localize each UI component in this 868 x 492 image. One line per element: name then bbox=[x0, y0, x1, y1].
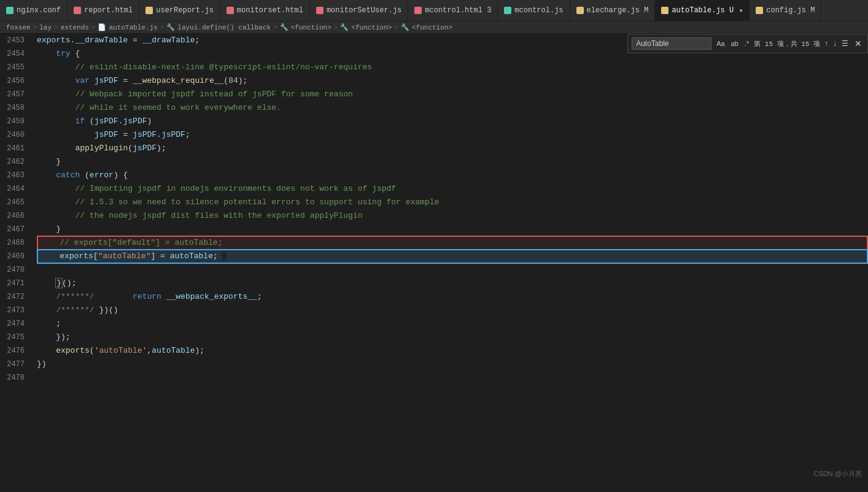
tab-icon-userreport bbox=[145, 7, 153, 14]
tab-icon-monitorset bbox=[227, 7, 234, 14]
tab-icon-mcontrol-html bbox=[414, 7, 422, 14]
breadcrumb-lay: lay bbox=[39, 24, 52, 31]
tab-label-report: report.html bbox=[84, 6, 133, 15]
status-text: CSDN @小月亮 bbox=[814, 470, 862, 477]
tab-label-monitorsetuser: monitorSetUser.js bbox=[327, 6, 401, 15]
code-area: Aa ab .* 第 15 项，共 15 项 ↑ ↓ ☰ ✕ 2453 expo… bbox=[0, 34, 868, 490]
regex-button[interactable]: .* bbox=[742, 39, 751, 48]
table-row: 2463 catch (error) { bbox=[0, 169, 868, 182]
tab-userreport[interactable]: userReport.js bbox=[139, 0, 220, 21]
table-row: 2475 }); bbox=[0, 331, 868, 344]
breadcrumb-extends: extends bbox=[61, 24, 89, 31]
editor-container: Aa ab .* 第 15 项，共 15 项 ↑ ↓ ☰ ✕ 2453 expo… bbox=[0, 34, 868, 490]
table-row: 2467 } bbox=[0, 223, 868, 236]
breadcrumb-autotable: 📄 bbox=[98, 23, 106, 31]
table-row: 2460 jsPDF = jsPDF.jsPDF; bbox=[0, 128, 868, 142]
table-row: 2457 // Webpack imported jspdf instead o… bbox=[0, 88, 868, 101]
tab-label-config: config.js M bbox=[766, 6, 815, 15]
watermark: CSDN @小月亮 bbox=[814, 469, 862, 479]
breadcrumb-fn-icon3: 🔧 bbox=[340, 23, 349, 31]
table-row: 2462 } bbox=[0, 155, 868, 169]
tab-close-autotable[interactable]: ● bbox=[739, 7, 743, 14]
table-row: 2456 var jsPDF = __webpack_require__(84)… bbox=[0, 74, 868, 88]
tab-config[interactable]: config.js M bbox=[750, 0, 821, 21]
code-lines: 2453 exports.__drawTable = __drawTable; … bbox=[0, 34, 868, 385]
table-row: 2469 exports["autoTable"] = autoTable; bbox=[0, 250, 868, 263]
svg-marker-0 bbox=[220, 252, 228, 260]
search-result-count: 第 15 项，共 15 项 bbox=[754, 39, 820, 48]
breadcrumb-fn-icon4: 🔧 bbox=[401, 23, 409, 31]
tab-label-autotable: autoTable.js U bbox=[672, 6, 734, 15]
tab-mcontrol-js[interactable]: mcontrol.js bbox=[498, 0, 570, 21]
tab-icon-monitorsetuser bbox=[316, 7, 324, 14]
tab-icon-config bbox=[756, 7, 763, 14]
table-row: 2477 }) bbox=[0, 358, 868, 371]
tab-icon-mcontrol-js bbox=[504, 7, 511, 14]
search-close-button[interactable]: ✕ bbox=[853, 38, 864, 49]
tab-elecharge[interactable]: elecharge.js M bbox=[570, 0, 656, 21]
table-row: 2478 bbox=[0, 371, 868, 385]
search-panel: Aa ab .* 第 15 项，共 15 项 ↑ ↓ ☰ ✕ bbox=[627, 34, 868, 53]
tab-monitorsetuser[interactable]: monitorSetUser.js bbox=[310, 0, 408, 21]
tab-label-mcontrol-js: mcontrol.js bbox=[514, 6, 563, 15]
search-nav: ↑ ↓ ☰ bbox=[823, 39, 850, 48]
tab-label-mcontrol-html: mcontrol.html 3 bbox=[425, 6, 491, 15]
tab-bar: nginx.conf report.html userReport.js mon… bbox=[0, 0, 868, 21]
breadcrumb-fn-icon2: 🔧 bbox=[280, 23, 289, 31]
search-input[interactable] bbox=[632, 37, 711, 50]
table-row: 2468 // exports["default"] = autoTable; bbox=[0, 236, 868, 250]
table-row: 2470 bbox=[0, 263, 868, 277]
tab-icon-elecharge bbox=[576, 7, 584, 14]
breadcrumb-autotable-js: autoTable.js bbox=[109, 24, 157, 31]
tab-autotable[interactable]: autoTable.js U ● bbox=[655, 0, 750, 21]
tab-icon-report bbox=[74, 7, 81, 14]
search-expand-button[interactable]: ☰ bbox=[840, 39, 850, 48]
breadcrumb-func3: <function> bbox=[412, 24, 452, 31]
table-row: 2464 // Importing jspdf in nodejs enviro… bbox=[0, 182, 868, 196]
table-row: 2476 exports('autoTable',autoTable); bbox=[0, 344, 868, 358]
search-prev-button[interactable]: ↑ bbox=[823, 39, 830, 48]
tab-nginx[interactable]: nginx.conf bbox=[0, 0, 68, 21]
tab-label-elecharge: elecharge.js M bbox=[587, 6, 649, 15]
tab-mcontrol-html[interactable]: mcontrol.html 3 bbox=[408, 0, 498, 21]
tab-label-nginx: nginx.conf bbox=[17, 6, 61, 15]
breadcrumb: foxsee > lay > extends > 📄 autoTable.js … bbox=[0, 21, 868, 34]
tab-report[interactable]: report.html bbox=[68, 0, 139, 21]
table-row: 2458 // while it seemed to work everywhe… bbox=[0, 101, 868, 115]
table-row: 2465 // 1.5.3 so we need to silence pote… bbox=[0, 196, 868, 209]
search-options: Aa ab .* bbox=[714, 39, 751, 48]
match-case-button[interactable]: Aa bbox=[714, 39, 727, 48]
table-row: 2459 if (jsPDF.jsPDF) bbox=[0, 115, 868, 128]
tab-label-userreport: userReport.js bbox=[156, 6, 214, 15]
tab-monitorset[interactable]: monitorset.html bbox=[220, 0, 310, 21]
tab-label-monitorset: monitorset.html bbox=[237, 6, 303, 15]
breadcrumb-foxsee: foxsee bbox=[6, 24, 31, 31]
table-row: 2466 // the nodejs jspdf dist files with… bbox=[0, 209, 868, 223]
table-row: 2455 // eslint-disable-next-line @typesc… bbox=[0, 61, 868, 74]
breadcrumb-func1: <function> bbox=[291, 24, 331, 31]
table-row: 2471 }(); bbox=[0, 277, 868, 290]
search-next-button[interactable]: ↓ bbox=[831, 39, 839, 48]
tab-icon-nginx bbox=[6, 7, 14, 14]
breadcrumb-fn-icon1: 🔧 bbox=[166, 23, 175, 31]
table-row: 2474 ; bbox=[0, 317, 868, 331]
whole-word-button[interactable]: ab bbox=[729, 39, 741, 48]
breadcrumb-callback: layui.define() callback bbox=[177, 24, 271, 31]
table-row: 2473 /******/ })() bbox=[0, 304, 868, 317]
table-row: 2472 /******/ return __webpack_exports__… bbox=[0, 290, 868, 304]
table-row: 2461 applyPlugin(jsPDF); bbox=[0, 142, 868, 155]
tab-icon-autotable bbox=[661, 7, 668, 14]
breadcrumb-func2: <function> bbox=[351, 24, 392, 31]
